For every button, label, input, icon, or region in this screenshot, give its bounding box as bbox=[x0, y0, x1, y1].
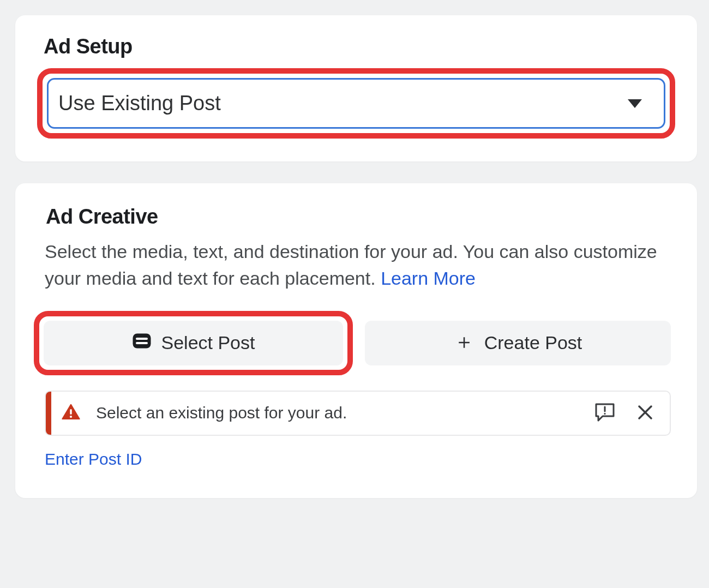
select-post-alert: Select an existing post for your ad. bbox=[45, 391, 671, 436]
alert-close-button[interactable] bbox=[637, 404, 653, 422]
page-root: Ad Setup Use Existing Post Ad Creative S… bbox=[0, 0, 709, 588]
close-icon bbox=[637, 404, 653, 422]
svg-rect-2 bbox=[136, 342, 148, 344]
ad-setup-dropdown[interactable]: Use Existing Post bbox=[47, 78, 665, 129]
ad-creative-card: Ad Creative Select the media, text, and … bbox=[15, 183, 697, 498]
post-button-row: Select Post ＋ Create Post bbox=[44, 311, 671, 375]
ad-setup-card: Ad Setup Use Existing Post bbox=[15, 15, 697, 161]
create-post-button[interactable]: ＋ Create Post bbox=[365, 321, 671, 365]
ad-creative-description-text: Select the media, text, and destination … bbox=[45, 241, 657, 289]
select-post-label: Select Post bbox=[161, 332, 255, 353]
svg-point-4 bbox=[70, 416, 72, 418]
select-post-button[interactable]: Select Post bbox=[44, 321, 343, 365]
speech-bubble-alert-icon bbox=[593, 401, 616, 425]
caret-down-icon bbox=[628, 99, 642, 108]
create-post-label: Create Post bbox=[484, 332, 582, 353]
select-post-highlight: Select Post bbox=[34, 311, 353, 375]
enter-post-id-link[interactable]: Enter Post ID bbox=[45, 450, 142, 468]
svg-point-6 bbox=[604, 412, 605, 414]
svg-rect-1 bbox=[136, 338, 148, 340]
alert-actions bbox=[593, 401, 653, 425]
svg-rect-0 bbox=[133, 334, 151, 349]
ad-setup-title: Ad Setup bbox=[41, 35, 671, 58]
warning-triangle-icon bbox=[61, 403, 81, 423]
ad-setup-dropdown-highlight: Use Existing Post bbox=[37, 68, 675, 139]
ad-creative-description: Select the media, text, and destination … bbox=[44, 238, 671, 292]
svg-rect-3 bbox=[70, 409, 71, 415]
alert-message: Select an existing post for your ad. bbox=[96, 404, 593, 422]
ad-setup-dropdown-value: Use Existing Post bbox=[58, 92, 221, 115]
alert-feedback-button[interactable] bbox=[593, 401, 616, 425]
post-card-icon bbox=[132, 332, 152, 353]
learn-more-link[interactable]: Learn More bbox=[381, 268, 476, 289]
plus-icon: ＋ bbox=[454, 328, 474, 356]
alert-icon-wrap bbox=[46, 403, 96, 423]
ad-creative-title: Ad Creative bbox=[44, 205, 671, 229]
